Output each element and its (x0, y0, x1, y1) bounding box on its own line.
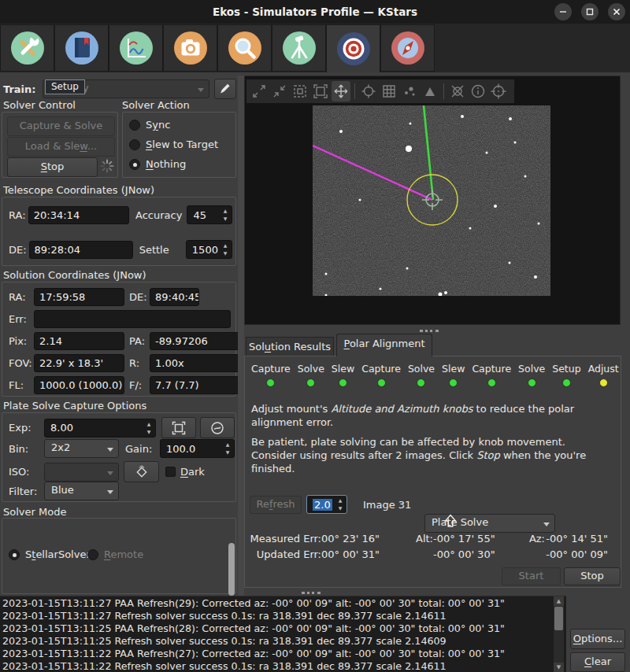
stage-status-dot (487, 378, 496, 387)
solution-fl-field: 1000.0 (1000.0) (34, 376, 124, 394)
fits-view[interactable] (244, 76, 621, 325)
tab-analyze[interactable] (109, 24, 163, 72)
capture-roi-button[interactable] (161, 417, 196, 438)
load-slew-button[interactable]: Load & Slew... (7, 137, 115, 157)
tab-guide[interactable] (380, 24, 435, 72)
mark-stars-off-icon[interactable] (448, 81, 467, 102)
settle-spinbox[interactable]: 1500▲▼ (186, 240, 232, 259)
slew-to-target-radio[interactable]: Slew to Target (129, 138, 218, 150)
alignment-image[interactable] (313, 105, 550, 296)
scroll-thumb[interactable] (554, 607, 563, 630)
clear-button[interactable]: Clear (570, 652, 625, 672)
paa-stage: Slew (332, 363, 354, 387)
tab-polar-alignment[interactable]: Polar Alignment (336, 334, 432, 356)
grid-icon[interactable] (380, 81, 398, 102)
tab-capture[interactable] (163, 24, 217, 72)
align-left-panel: Train: Primary Solver Control Capture & … (0, 72, 238, 596)
exposure-spinbox[interactable]: 8.00▲▼ (44, 419, 156, 438)
stellarsolver-radio[interactable]: StellarSolver (9, 548, 91, 560)
scroll-up-icon[interactable]: ▲ (554, 596, 564, 606)
tab-solution-results[interactable]: Solution Results (246, 337, 334, 357)
crosshair-icon[interactable] (359, 81, 378, 102)
stage-status-dot (377, 378, 386, 387)
tab-focus[interactable] (217, 24, 272, 72)
zoom-actual-icon[interactable] (311, 81, 330, 102)
remote-radio[interactable]: Remote (87, 548, 143, 560)
edit-train-button[interactable] (214, 79, 236, 99)
scroll-down-icon[interactable]: ▼ (554, 663, 564, 672)
info-icon[interactable] (469, 81, 487, 102)
stop-button[interactable]: Stop (7, 157, 98, 177)
guide-icon (390, 30, 426, 66)
start-button[interactable]: Start (502, 567, 561, 585)
polar-alignment-panel: CaptureSolveSlewCaptureSolveSlewCaptureS… (244, 356, 621, 588)
zoom-out-icon[interactable] (270, 81, 289, 102)
log-line: 2023-01-15T13:11:25 PAA Refresh(28): Cor… (2, 622, 555, 635)
sync-radio[interactable]: Sync (129, 119, 170, 131)
log-scrollbar[interactable]: ▲ ▼ (554, 596, 564, 672)
panel-splitter[interactable] (238, 76, 244, 596)
filter-settings-button[interactable] (124, 461, 159, 482)
nothing-radio[interactable]: Nothing (129, 158, 186, 170)
sol-ra-label: RA: (9, 291, 34, 303)
paa-stages: CaptureSolveSlewCaptureSolveSlewCaptureS… (251, 363, 619, 387)
module-toolbar: Setup (0, 24, 630, 72)
live-rotation-button[interactable] (200, 417, 235, 438)
stage-status-dot (417, 378, 425, 387)
tab-scheduler[interactable] (54, 24, 109, 72)
log-line: 2023-01-15T13:11:22 Refresh solver succe… (2, 660, 555, 672)
maximize-button[interactable] (581, 3, 598, 20)
measured-err-value: 00° 23' 16" (321, 533, 380, 545)
diamond-icon (135, 465, 149, 479)
center-telescope-icon[interactable] (489, 81, 508, 102)
telescope-de-field[interactable]: 89:28:04 (29, 241, 133, 259)
paa-stage: Adjust (588, 363, 619, 387)
vertical-splitter-handle[interactable] (420, 330, 439, 332)
chevron-down-icon (198, 88, 204, 92)
iso-select[interactable] (44, 463, 119, 482)
statistics-icon[interactable] (421, 81, 439, 102)
telescope-ra-field[interactable]: 20:34:14 (28, 206, 129, 224)
busy-spinner-icon (100, 159, 114, 173)
error-readouts: Measured Err: 00° 23' 16" Alt: -00° 17' … (249, 533, 608, 560)
chevron-down-icon (107, 471, 113, 475)
minimize-button[interactable] (554, 3, 572, 20)
dark-checkbox[interactable] (165, 467, 176, 477)
solver-control-group: Capture & Solve Load & Slew... Stop (2, 112, 118, 178)
measured-err-label: Measured Err: (249, 533, 321, 545)
solution-err-field (34, 310, 231, 328)
left-panel-scrollbar[interactable] (228, 543, 235, 596)
dark-label: Dark (180, 466, 205, 478)
paa-stage: Solve (408, 363, 435, 387)
accuracy-spinbox[interactable]: 45▲▼ (187, 205, 232, 224)
refresh-button[interactable]: Refresh (250, 496, 302, 514)
log-view[interactable]: 2023-01-15T13:11:27 PAA Refresh(29): Cor… (0, 596, 566, 672)
refresh-rate-spinbox[interactable]: 2.0▲▼ (306, 495, 347, 514)
tab-mount[interactable] (272, 24, 326, 72)
horizontal-splitter-handle[interactable] (302, 592, 321, 594)
chevron-down-icon (543, 522, 550, 526)
binning-select[interactable]: 2x2 (44, 439, 119, 458)
filter-select[interactable]: Blue (44, 482, 119, 500)
titlebar[interactable]: Ekos - Simulators Profile — KStars (0, 0, 630, 24)
solution-f-field: 7.7 (7.7) (150, 376, 242, 394)
close-button[interactable] (608, 3, 625, 20)
setup-icon (9, 30, 46, 66)
tab-align[interactable] (326, 24, 380, 72)
zoom-in-icon[interactable] (250, 81, 269, 102)
stage-status-dot (528, 378, 536, 387)
solution-de-field: 89:40:45 (150, 288, 199, 306)
analyze-icon (118, 30, 154, 66)
paa-stop-button[interactable]: Stop (564, 567, 621, 585)
gain-spinbox[interactable]: 100.0▲▼ (160, 439, 235, 458)
capture-solve-button[interactable]: Capture & Solve (7, 116, 115, 136)
options-button[interactable]: Options... (570, 629, 625, 649)
paa-stage: Setup (552, 363, 580, 387)
tab-setup[interactable] (0, 24, 54, 72)
capture-icon (172, 30, 209, 66)
az-updated-value: -00° 00' 09" (545, 548, 608, 560)
sol-de-label: DE: (129, 291, 148, 303)
detect-stars-icon[interactable] (400, 81, 419, 102)
zoom-fit-icon[interactable] (291, 81, 309, 102)
pan-icon[interactable] (332, 81, 350, 102)
